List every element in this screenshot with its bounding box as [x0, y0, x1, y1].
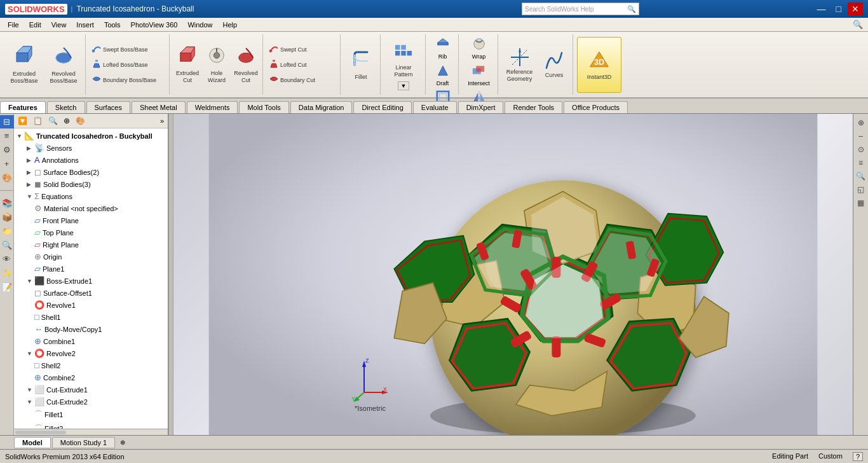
list-item[interactable]: ▶ 📡 Sensors — [14, 142, 168, 154]
boundary-boss-base-button[interactable]: Boundary Boss/Base — [90, 73, 158, 87]
draft-button[interactable]: Draft — [435, 62, 451, 88]
swept-boss-base-button[interactable]: Swept Boss/Base — [90, 43, 150, 57]
revolved-boss-base-button[interactable]: RevolvedBoss/Base — [44, 37, 83, 93]
boundary-cut-button[interactable]: Boundary Cut — [267, 73, 317, 87]
menu-edit[interactable]: Edit — [24, 20, 46, 30]
list-item[interactable]: ▶ ⊕ Origin — [14, 251, 168, 263]
viewport[interactable]: 🔍 🔎 ⊕ ▦ ◱ 👁 🎨 💡 📷 — [173, 114, 853, 435]
right-panel-btn-2[interactable]: – — [857, 130, 864, 142]
panel-splitter[interactable]: ⋮ — [168, 114, 173, 435]
menu-window[interactable]: Window — [182, 20, 217, 30]
wrap-button[interactable]: Wrap — [471, 36, 487, 61]
list-item[interactable]: ▶ ⊕ Combine1 — [14, 335, 168, 347]
right-panel-btn-1[interactable]: ⊕ — [857, 116, 865, 129]
tab-data-migration[interactable]: Data Migration — [290, 101, 353, 113]
list-item[interactable]: ▼ Σ Equations — [14, 190, 168, 202]
fillet-button[interactable]: Fillet — [344, 37, 377, 93]
list-item[interactable]: ▶ ▱ Right Plane — [14, 238, 168, 251]
right-panel-btn-4[interactable]: ≡ — [857, 156, 864, 169]
instant3d-button[interactable]: 3D Instant3D — [577, 37, 621, 93]
tab-evaluate[interactable]: Evaluate — [413, 101, 457, 113]
tree-scrollbar-horizontal[interactable] — [14, 429, 168, 435]
custom-properties-tab[interactable]: 📝 — [0, 280, 14, 294]
list-item[interactable]: ▶ □ Shell1 — [14, 311, 168, 323]
fm-add-button[interactable]: ⊕ — [61, 115, 72, 127]
search-results-tab[interactable]: 🔍 — [0, 238, 14, 252]
curves-button[interactable]: Curves — [538, 37, 570, 93]
reference-geometry-button[interactable]: ReferenceGeometry — [502, 37, 537, 93]
splitter-handle[interactable]: ⋮ — [1, 228, 8, 235]
pattern-dropdown-button[interactable]: ▼ — [398, 81, 410, 90]
tab-mold-tools[interactable]: Mold Tools — [239, 101, 288, 113]
close-button[interactable]: ✕ — [848, 3, 863, 15]
lofted-boss-base-button[interactable]: Lofted Boss/Base — [90, 58, 150, 72]
list-item[interactable]: ▼ ⭕ Revolve2 — [14, 347, 168, 359]
list-item[interactable]: ▶ ⊕ Combine2 — [14, 371, 168, 384]
swept-cut-button[interactable]: Swept Cut — [267, 43, 309, 57]
intersect-button[interactable]: Intersect — [466, 62, 491, 88]
hole-wizard-button[interactable]: HoleWizard — [203, 37, 231, 93]
right-panel-btn-6[interactable]: ◱ — [856, 183, 865, 196]
search-icon-menu[interactable]: 🔍 — [850, 20, 865, 29]
right-panel-btn-5[interactable]: 🔍 — [855, 170, 867, 183]
add-tab-button[interactable]: ⊕ — [119, 438, 126, 447]
tree-scroll-thumb[interactable] — [15, 431, 66, 434]
window-controls[interactable]: — □ ✕ — [813, 3, 863, 15]
model-tab[interactable]: Model — [14, 437, 51, 448]
tab-dimxpert[interactable]: DimXpert — [458, 101, 504, 113]
dxf-manager-tab[interactable]: + — [0, 157, 14, 170]
feature-manager-tab[interactable]: ⊟ — [0, 115, 14, 128]
list-item[interactable]: ▶ ⌒ Fillet2 — [14, 422, 168, 429]
tab-weldments[interactable]: Weldments — [187, 101, 238, 113]
linear-pattern-button[interactable]: LinearPattern — [384, 39, 423, 80]
fm-search-button[interactable]: 🔍 — [46, 115, 60, 127]
fm-filter-button[interactable]: 🔽 — [15, 115, 30, 127]
menu-file[interactable]: File — [3, 20, 24, 30]
list-item[interactable]: ▶ ▱ Plane1 — [14, 263, 168, 275]
motion-study-tab[interactable]: Motion Study 1 — [52, 437, 115, 448]
sw-resources-tab[interactable]: 📚 — [0, 197, 14, 210]
tab-sketch[interactable]: Sketch — [47, 101, 85, 113]
configuration-manager-tab[interactable]: ⚙ — [0, 143, 14, 156]
list-item[interactable]: ▶ A Annotations — [14, 154, 168, 166]
tab-office-products[interactable]: Office Products — [564, 101, 628, 113]
design-library-tab[interactable]: 📦 — [0, 211, 14, 224]
feature-tree-root[interactable]: ▼ 📐 Truncated Icosahedron - Buckyball — [14, 130, 168, 142]
3d-model-viewport[interactable] — [173, 114, 853, 435]
list-item[interactable]: ▶ ⚙ Material <not specified> — [14, 202, 168, 214]
list-item[interactable]: ▶ □ Shell2 — [14, 359, 168, 371]
tab-direct-editing[interactable]: Direct Editing — [353, 101, 411, 113]
tab-features[interactable]: Features — [0, 101, 46, 113]
extruded-cut-button[interactable]: ExtrudedCut — [173, 37, 201, 93]
minimize-button[interactable]: — — [813, 3, 830, 15]
list-item[interactable]: ▼ ⬜ Cut-Extrude1 — [14, 384, 168, 396]
help-button[interactable]: ? — [853, 452, 863, 461]
list-item[interactable]: ▶ ▱ Front Plane — [14, 214, 168, 226]
menu-help[interactable]: Help — [218, 20, 243, 30]
list-item[interactable]: ▶ ◼ Solid Bodies(3) — [14, 178, 168, 190]
display-manager-tab[interactable]: 🎨 — [0, 171, 14, 184]
appearances-tab[interactable]: ✨ — [0, 266, 14, 280]
property-manager-tab[interactable]: ≡ — [0, 129, 14, 142]
tab-surfaces[interactable]: Surfaces — [86, 101, 130, 113]
rib-button[interactable]: Rib — [435, 36, 451, 61]
list-item[interactable]: ▼ ⬜ Cut-Extrude2 — [14, 396, 168, 408]
extruded-boss-base-button[interactable]: ExtrudedBoss/Base — [5, 37, 43, 93]
menu-photoview[interactable]: PhotoView 360 — [126, 20, 183, 30]
fm-view-button[interactable]: 📋 — [31, 115, 45, 127]
fm-color-button[interactable]: 🎨 — [73, 115, 88, 127]
list-item[interactable]: ▶ ⭕ Revolve1 — [14, 299, 168, 311]
lofted-cut-button[interactable]: Lofted Cut — [267, 58, 309, 72]
search-icon[interactable]: 🔍 — [627, 5, 636, 13]
menu-insert[interactable]: Insert — [71, 20, 99, 30]
fm-expand-button[interactable]: » — [158, 116, 166, 126]
tab-sheet-metal[interactable]: Sheet Metal — [132, 101, 186, 113]
menu-view[interactable]: View — [46, 20, 72, 30]
right-panel-btn-7[interactable]: ▦ — [856, 197, 865, 209]
list-item[interactable]: ▶ ⌒ Fillet1 — [14, 408, 168, 422]
maximize-button[interactable]: □ — [832, 3, 845, 15]
revolved-cut-button[interactable]: RevolvedCut — [232, 37, 260, 93]
list-item[interactable]: ▶ ↔ Body-Move/Copy1 — [14, 323, 168, 335]
list-item[interactable]: ▶ ▱ Top Plane — [14, 226, 168, 238]
tab-render-tools[interactable]: Render Tools — [505, 101, 562, 113]
